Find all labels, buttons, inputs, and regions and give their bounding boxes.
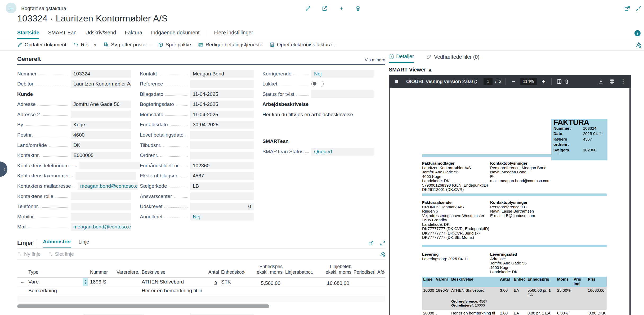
moms-i-alt-field[interactable]: 4.170,00 xyxy=(190,314,254,315)
by-field[interactable]: Koge xyxy=(71,121,131,129)
antal-cell[interactable] xyxy=(202,286,220,295)
edit-payment-service-action[interactable]: Rediger betalingstjeneste xyxy=(198,42,262,48)
ansvarscenter-field[interactable] xyxy=(190,192,254,200)
postnr-field[interactable]: 4600 xyxy=(71,131,131,139)
zoom-in-button[interactable]: + xyxy=(540,78,547,85)
adresse-field[interactable]: Jomfru Ane Gade 56 xyxy=(71,101,131,108)
back-button[interactable]: ← xyxy=(6,3,16,13)
antal-cell[interactable]: 3 xyxy=(202,278,220,286)
linjebelob-cell[interactable] xyxy=(314,286,352,295)
saelgerkode-field[interactable]: LB xyxy=(190,182,254,190)
pdf-more-options-button[interactable]: ⋮ xyxy=(619,78,627,85)
linjerabat-cell[interactable] xyxy=(284,278,314,286)
kontakt-field[interactable]: Meagan Bond xyxy=(190,70,254,78)
pdf-viewport[interactable]: FAKTURA Nummer:103324 Dato:2025-04-11 Kø… xyxy=(389,88,631,315)
find-entries-action[interactable]: Søg efter poster... xyxy=(104,42,151,48)
annulleret-field[interactable]: Nej xyxy=(190,213,254,220)
column-header-periodisering[interactable]: Periodisering... xyxy=(352,260,376,277)
kontakt-fax-field[interactable] xyxy=(75,172,136,180)
bilagsdato-field[interactable]: 11-04-2025 xyxy=(190,90,254,98)
tab-udskriv-send[interactable]: Udskriv/Send xyxy=(85,30,116,38)
correct-action[interactable]: Ret ∨ xyxy=(73,42,96,48)
mail-field[interactable]: meagan.bond@contoso.com xyxy=(71,223,131,231)
column-header-antal[interactable]: Antal xyxy=(202,260,220,277)
edit-button[interactable] xyxy=(304,4,312,12)
udskrevet-field[interactable]: 0 xyxy=(190,203,254,210)
print-button[interactable] xyxy=(608,78,616,85)
varereference-cell[interactable] xyxy=(115,286,141,295)
chevron-down-icon[interactable]: ∨ xyxy=(94,43,96,47)
status-for-tvist-field[interactable] xyxy=(311,90,374,98)
pdf-page-input[interactable]: 1 xyxy=(484,78,493,85)
arbejdsbeskrivelse-text[interactable]: Her kan du tilføjes en arbejdsbeskrivels… xyxy=(262,111,374,118)
telefonnr-field[interactable] xyxy=(71,203,131,210)
add-button[interactable]: + xyxy=(337,4,345,12)
enhedspris-cell[interactable] xyxy=(245,286,284,295)
open-in-new-window-button[interactable] xyxy=(624,5,631,12)
column-header-varereference[interactable]: Varerefere... xyxy=(115,260,141,277)
debitor-field[interactable]: Lauritzen Kontormøbler A/S xyxy=(71,80,131,88)
tilbudsnr-field[interactable] xyxy=(190,141,254,149)
info-button[interactable]: i xyxy=(634,30,641,36)
lines-tab-administrer[interactable]: Administrer xyxy=(43,239,71,248)
column-header-beskrivelse[interactable]: Beskrivelse xyxy=(141,260,202,277)
nummer-field[interactable]: 103324 xyxy=(71,70,131,78)
lines-expand-button[interactable] xyxy=(380,240,385,246)
zoom-out-button[interactable]: − xyxy=(510,78,517,85)
beskrivelse-cell[interactable]: Her er en bemærkning til linjen xyxy=(141,286,202,295)
fit-page-button[interactable] xyxy=(556,78,563,85)
share-button[interactable] xyxy=(321,4,329,12)
collapse-window-button[interactable] xyxy=(635,5,642,12)
delete-button[interactable] xyxy=(354,4,362,12)
afdelingskode-cell[interactable] xyxy=(376,278,385,286)
show-less-link[interactable]: Vis mindre xyxy=(365,57,385,62)
type-cell[interactable]: Bemærkning xyxy=(27,286,82,295)
breadcrumb[interactable]: Bogført salgsfaktura xyxy=(21,6,66,11)
column-header-type[interactable]: Type xyxy=(27,260,82,277)
tab-startside[interactable]: Startside xyxy=(17,30,39,39)
afdelingskode-cell[interactable] xyxy=(376,286,385,295)
scrollbar-thumb[interactable] xyxy=(17,304,269,308)
lines-tab-linje[interactable]: Linje xyxy=(79,239,89,247)
enhedskode-cell[interactable] xyxy=(220,286,245,295)
lines-pin-button[interactable] xyxy=(379,251,385,257)
type-cell[interactable]: Vare xyxy=(27,278,82,286)
smart-viewer-toggle[interactable]: SMART Viewer ▲ xyxy=(389,67,433,73)
tab-detaljer[interactable]: i Detaljer xyxy=(389,53,414,63)
varereference-cell[interactable] xyxy=(115,278,141,286)
row-options-button[interactable]: ⋮ xyxy=(83,278,88,286)
nummer-cell[interactable]: 1896-S xyxy=(89,278,115,286)
reference-field[interactable] xyxy=(190,80,254,88)
column-header-afdelingskode[interactable]: Afdelingskode xyxy=(376,260,385,277)
land-field[interactable]: DK xyxy=(71,141,131,149)
fakturarabat-field[interactable]: 0,00 xyxy=(83,314,144,315)
tab-indgaaende-dokument[interactable]: Indgående dokument xyxy=(151,30,199,38)
pin-button[interactable] xyxy=(635,42,641,48)
column-header-linjerabatpct[interactable]: Linjerabatpct. xyxy=(284,260,314,277)
korrigerende-field[interactable]: Nej xyxy=(311,70,374,78)
create-einvoice-action[interactable]: Opret elektronisk faktura... xyxy=(270,42,336,48)
pdf-menu-button[interactable]: ≡ xyxy=(393,78,400,85)
tab-flere-indstillinger[interactable]: Flere indstillinger xyxy=(214,30,253,38)
new-line-button[interactable]: Ny linje xyxy=(17,251,41,257)
linjerabat-cell[interactable] xyxy=(284,286,314,295)
collapse-pane-button[interactable]: ‹ xyxy=(0,161,7,177)
forhaandstildelt-field[interactable]: 102360 xyxy=(190,162,254,169)
column-header-enhedskode[interactable]: Enhedskode xyxy=(220,260,245,277)
smartean-status-field[interactable]: Queued xyxy=(311,148,374,156)
nummer-cell[interactable] xyxy=(89,286,115,295)
update-document-action[interactable]: Opdater dokument xyxy=(17,42,66,48)
momsdato-field[interactable]: 11-04-2025 xyxy=(190,111,254,118)
lukket-toggle[interactable] xyxy=(311,81,324,87)
track-package-action[interactable]: Spor pakke xyxy=(158,42,191,48)
lovet-betalingsdato-field[interactable] xyxy=(190,131,254,139)
kontakt-telefon-field[interactable] xyxy=(79,162,140,169)
mobilnr-field[interactable] xyxy=(71,213,131,220)
linjebelob-cell[interactable]: 16.680,00 xyxy=(314,278,352,286)
delete-line-button[interactable]: Slet linje xyxy=(48,251,74,257)
kontakt-mail-field[interactable]: meagan.bond@contoso.com xyxy=(78,182,138,190)
bogforingsdato-field[interactable]: 11-04-2025 xyxy=(190,101,254,108)
eksternt-bilagsnr-field[interactable]: 4567 xyxy=(190,172,254,180)
column-header-nummer[interactable]: Nummer xyxy=(89,260,115,277)
column-header-enhedspris[interactable]: Enhedsprisekskl. moms xyxy=(245,260,284,277)
